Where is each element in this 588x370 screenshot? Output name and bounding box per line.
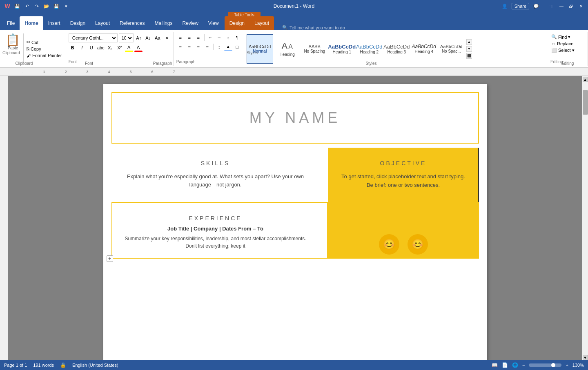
copy-button[interactable]: ⎘ Copy [25,46,63,52]
justify-button[interactable]: ≡ [203,43,212,51]
page-indicator: Page 1 of 1 [4,363,27,368]
status-bar: Page 1 of 1 191 words 🔒 English (United … [0,360,588,370]
restore-button[interactable]: 🗗 [568,3,574,9]
zoom-in-button[interactable]: + [566,363,568,368]
align-center-button[interactable]: ≡ [185,43,194,51]
tab-file[interactable]: File [2,16,20,30]
style-heading4-preview: AaBbCcDd [412,44,436,49]
minimize-button[interactable]: — [559,3,564,9]
document-area[interactable]: + MY NAME SKILLS Explain what you're esp… [8,76,582,360]
clear-formatting-button[interactable]: ✕ [163,34,171,42]
view-read-icon[interactable]: 📖 [492,362,498,368]
account-icon[interactable]: 👤 [502,4,508,9]
underline-button[interactable]: U [87,44,96,52]
zoom-slider[interactable] [529,363,561,367]
font-grow-button[interactable]: A↑ [135,34,143,42]
scroll-thumb[interactable] [583,90,588,115]
style-heading2[interactable]: AaBbCcDd Heading 2 [356,34,383,64]
redo-icon[interactable]: ↷ [33,3,40,9]
style-nospace2[interactable]: AaBbCcDd No Spac... [438,34,465,64]
scroll-up-button[interactable]: ▲ [583,77,588,82]
align-left-button[interactable]: ≡ [176,43,185,51]
experience-section[interactable]: EXPERIENCE Job Title | Company | Dates F… [111,202,328,259]
font-size-select[interactable]: 10 [119,33,134,42]
zoom-out-button[interactable]: − [522,363,525,368]
styles-expand-button[interactable]: ⬛ [466,53,472,59]
borders-button[interactable]: □ [233,43,241,51]
sort-button[interactable]: ↕ [224,33,232,42]
style-no-spacing[interactable]: AABB No Spacing [301,34,328,64]
increase-indent-button[interactable]: → [215,33,223,42]
save-icon[interactable]: 💾 [14,3,20,9]
highlight-color-button[interactable]: A [125,44,133,52]
document-page[interactable]: + MY NAME SKILLS Explain what you're esp… [103,84,487,360]
ribbon-display-icon[interactable]: □ [546,3,555,9]
font-family-select[interactable]: Century Gothi... [69,33,118,42]
tab-mailings[interactable]: Mailings [149,16,177,30]
strikethrough-icon: abc [97,45,105,50]
font-shrink-icon: A↓ [145,35,151,40]
bullets-icon: ≡ [179,35,182,40]
format-painter-button[interactable]: 🖌 Format Painter [25,53,63,58]
paste-label: Paste [8,46,18,50]
style-normal[interactable]: AaBbCcDd Normal [247,34,273,64]
view-web-icon[interactable]: 🌐 [512,362,518,368]
save2-icon[interactable]: 💾 [53,3,60,9]
styles-scroll-up-button[interactable]: ▲ [466,39,472,45]
view-print-icon[interactable]: 📄 [502,362,508,368]
style-heading1[interactable]: AaBbCcDd Heading 1 [329,34,355,64]
style-heading4-label: Heading 4 [414,49,433,54]
style-heading3[interactable]: AaBbCcDd Heading 3 [383,34,410,64]
objective-section[interactable]: OBJECTIVE To get started, click placehol… [328,148,479,202]
tab-design[interactable]: Design [65,16,90,30]
align-right-button[interactable]: ≡ [194,43,203,51]
style-no-spacing-label: No Spacing [304,49,325,53]
right-scrollbar[interactable]: ▲ ▼ [582,76,588,360]
tab-home[interactable]: Home [20,16,43,30]
increase-indent-icon: → [217,35,221,40]
show-hide-button[interactable]: ¶ [233,33,241,42]
subscript-button[interactable]: X₂ [106,44,114,52]
undo-icon[interactable]: ↶ [24,3,30,9]
tell-me-bar[interactable]: 🔍 Tell me what you want to do [274,25,586,30]
bullets-button[interactable]: ≡ [176,33,185,42]
line-spacing-button[interactable]: ↕ [215,43,223,51]
tab-table-layout[interactable]: Layout [249,16,274,30]
paste-button[interactable]: 📋 Paste [2,33,24,64]
tab-layout[interactable]: Layout [90,16,115,30]
style-heading-big[interactable]: AA Heading [274,34,301,64]
skills-section[interactable]: SKILLS Explain what you're especially go… [111,148,328,202]
strikethrough-button[interactable]: abc [97,44,105,52]
multilevel-list-button[interactable]: ≡ [194,33,203,42]
superscript-button[interactable]: X² [116,44,124,52]
tab-table-design[interactable]: Design [225,16,249,30]
style-heading4[interactable]: AaBbCcDd Heading 4 [411,34,437,64]
decrease-indent-button[interactable]: ← [206,33,214,42]
cut-button[interactable]: ✂ Cut [25,39,63,45]
scroll-track[interactable] [582,82,588,355]
select-button[interactable]: ⬜ Select ▾ [550,47,584,54]
tab-view[interactable]: View [203,16,224,30]
tab-references[interactable]: References [115,16,149,30]
shading-button[interactable]: ▲ [224,43,232,51]
comment-icon[interactable]: 💬 [533,4,539,9]
numbering-button[interactable]: ≡ [185,33,194,42]
italic-button[interactable]: I [78,44,86,52]
open-icon[interactable]: 📂 [43,3,50,9]
tab-insert[interactable]: Insert [43,16,65,30]
close-button[interactable]: ✕ [578,3,584,9]
tab-review[interactable]: Review [177,16,203,30]
find-button[interactable]: 🔍 Find ▾ [550,33,584,40]
shading-icon: ▲ [226,44,230,49]
font-color-button[interactable]: A [134,44,143,52]
scroll-down-button[interactable]: ▼ [583,355,588,360]
share-button[interactable]: Share [512,3,529,9]
customize-qat-icon[interactable]: ▾ [63,3,69,9]
replace-button[interactable]: ↔ Replace [550,40,584,47]
change-case-button[interactable]: Aa [154,34,162,42]
styles-scroll-down-button[interactable]: ▼ [466,46,472,52]
add-row-button[interactable]: + [107,255,113,262]
name-box[interactable]: MY NAME [111,92,479,144]
bold-button[interactable]: B [69,44,77,52]
font-shrink-button[interactable]: A↓ [144,34,152,42]
